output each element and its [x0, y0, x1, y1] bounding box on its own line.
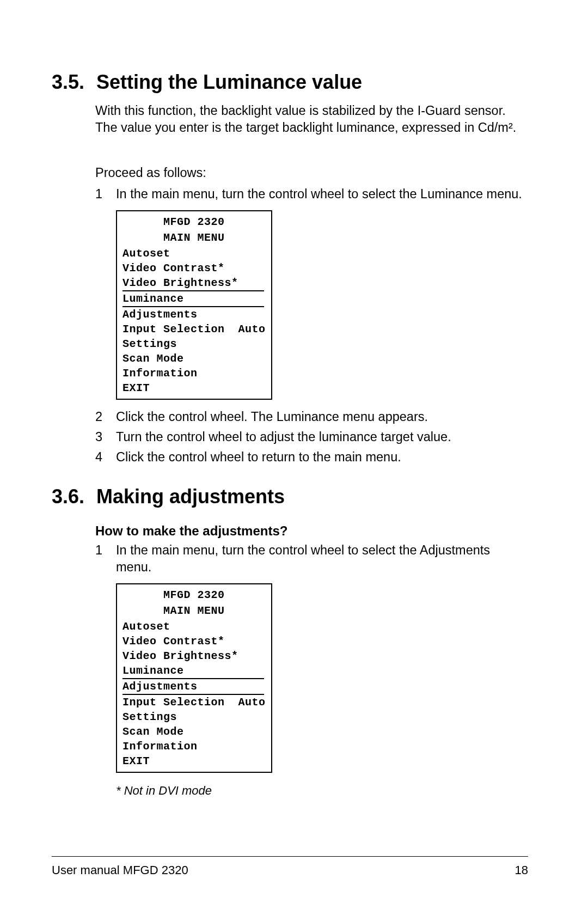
page-footer: User manual MFGD 2320 18 [52, 863, 528, 877]
menu-item-adjustments: Adjustments [122, 307, 266, 322]
menu-item-adjustments-selected: Adjustments [122, 678, 266, 695]
step-4: 4 Click the control wheel to return to t… [95, 449, 528, 466]
menu-item-video-contrast: Video Contrast* [122, 634, 266, 649]
menu-item-scan-mode: Scan Mode [122, 724, 266, 739]
step-number: 1 [95, 542, 107, 559]
menu-item-information: Information [122, 366, 266, 381]
steps-list-35: 1 In the main menu, turn the control whe… [95, 186, 528, 466]
menu-item-settings: Settings [122, 337, 266, 351]
footer-left: User manual MFGD 2320 [52, 863, 188, 877]
section-title: Making adjustments [96, 485, 285, 508]
section-number: 3.5. [52, 71, 84, 94]
section-3-6-subheading: How to make the adjustments? [95, 523, 528, 539]
step-text: In the main menu, turn the control wheel… [116, 186, 528, 203]
menu-product: MFGD 2320 [122, 588, 266, 602]
menu-item-settings: Settings [122, 710, 266, 724]
section-3-6-body: 1 In the main menu, turn the control whe… [95, 542, 528, 778]
step-2: 2 Click the control wheel. The Luminance… [95, 408, 528, 425]
menu-item-luminance: Luminance [122, 290, 264, 307]
step-text: Click the control wheel. The Luminance m… [116, 408, 528, 425]
section-3-5-heading: 3.5. Setting the Luminance value [52, 71, 528, 94]
menu-item-video-contrast: Video Contrast* [122, 261, 266, 276]
step-1: 1 In the main menu, turn the control whe… [95, 542, 528, 576]
menu-item-exit: EXIT [122, 754, 266, 768]
menu-title: MAIN MENU [122, 603, 266, 618]
steps-list-36: 1 In the main menu, turn the control whe… [95, 542, 528, 778]
menu-item-information: Information [122, 739, 266, 754]
menu-item-video-brightness: Video Brightness* [122, 649, 266, 663]
menu-item-exit: EXIT [122, 381, 266, 395]
menu-item-video-brightness: Video Brightness* [122, 276, 266, 290]
proceed-label: Proceed as follows: [95, 164, 528, 181]
menu-title: MAIN MENU [122, 230, 266, 245]
step-number: 2 [95, 408, 107, 425]
step-number: 1 [95, 186, 107, 203]
section-3-6-heading: 3.6. Making adjustments [52, 485, 528, 508]
main-menu-box-adjustments: MFGD 2320 MAIN MENU Autoset Video Contra… [116, 583, 272, 773]
step-text: Click the control wheel to return to the… [116, 449, 528, 466]
menu-item-input-selection: Input Selection Auto [122, 695, 266, 710]
menu-item-scan-mode: Scan Mode [122, 351, 266, 366]
step-number: 4 [95, 449, 107, 466]
step-text: Turn the control wheel to adjust the lum… [116, 429, 528, 446]
section-number: 3.6. [52, 485, 84, 508]
menu-item-luminance-selected: Luminance [122, 290, 266, 307]
step-number: 3 [95, 429, 107, 446]
menu-item-autoset: Autoset [122, 246, 266, 261]
step-text: In the main menu, turn the control wheel… [116, 542, 528, 576]
section-3-5-body: With this function, the backlight value … [95, 102, 528, 466]
menu-item-input-selection: Input Selection Auto [122, 322, 266, 337]
footer-separator [52, 856, 528, 857]
section-title: Setting the Luminance value [96, 71, 362, 94]
footer-page-number: 18 [515, 863, 528, 877]
step-3: 3 Turn the control wheel to adjust the l… [95, 429, 528, 446]
main-menu-box-luminance: MFGD 2320 MAIN MENU Autoset Video Contra… [116, 210, 272, 400]
dvi-mode-footnote: * Not in DVI mode [116, 784, 528, 798]
menu-product: MFGD 2320 [122, 215, 266, 229]
intro-paragraph: With this function, the backlight value … [95, 102, 528, 136]
menu-item-adjustments: Adjustments [122, 678, 264, 695]
menu-item-luminance: Luminance [122, 663, 266, 678]
step-1: 1 In the main menu, turn the control whe… [95, 186, 528, 203]
document-page: 3.5. Setting the Luminance value With th… [0, 0, 588, 909]
menu-item-autoset: Autoset [122, 619, 266, 634]
